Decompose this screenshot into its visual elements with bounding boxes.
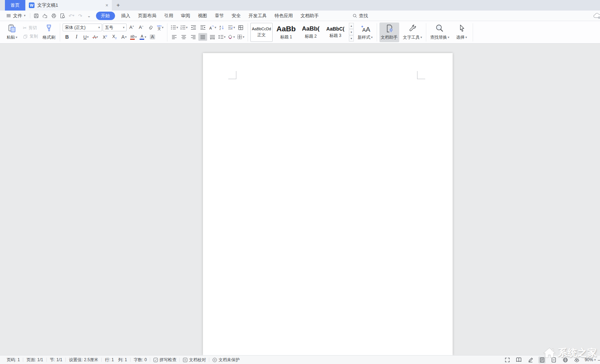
write-mode-button[interactable] <box>527 357 534 363</box>
align-center-button[interactable] <box>179 33 188 41</box>
format-painter-button[interactable]: 格式刷 <box>40 23 57 42</box>
show-paragraph-marks-button[interactable] <box>227 24 236 31</box>
menu-tab-view[interactable]: 视图 <box>194 11 211 21</box>
close-tab-icon[interactable]: × <box>106 2 108 8</box>
decrease-indent-button[interactable] <box>189 24 198 31</box>
quick-toolbar-more-button[interactable] <box>85 12 94 20</box>
undo-button[interactable]: ↶ <box>67 12 76 20</box>
eye-protection-button[interactable] <box>573 357 580 363</box>
increase-indent-button[interactable] <box>198 24 207 31</box>
export-icon <box>42 13 48 19</box>
font-size-value: 五号 <box>105 25 113 31</box>
font-color-button[interactable]: A <box>139 33 147 41</box>
cut-button[interactable]: ✂ 剪切 <box>23 25 38 31</box>
fullscreen-button[interactable] <box>504 357 511 363</box>
spell-check-toggle[interactable]: 拼写检查 <box>153 357 176 363</box>
style-heading-2[interactable]: AaBb( 标题 2 <box>300 23 322 42</box>
zoom-level-control[interactable]: 90% <box>585 357 596 362</box>
doc-protection-button[interactable]: 文档未保护 <box>212 357 240 363</box>
manuscript-grid-button[interactable]: F <box>236 24 245 31</box>
shading-button[interactable] <box>227 33 236 41</box>
menu-tab-review[interactable]: 审阅 <box>177 11 194 21</box>
status-margin-setting[interactable]: 设置值: 2.5厘米 <box>69 357 98 363</box>
gallery-scroll-down-button[interactable]: ▼ <box>349 29 354 35</box>
select-button[interactable]: 选择 <box>453 23 470 42</box>
redo-icon: ↷ <box>78 13 82 19</box>
new-style-button[interactable]: A A 新样式 <box>356 23 374 42</box>
clear-format-button[interactable] <box>146 24 155 31</box>
menu-tab-special-apps[interactable]: 特色应用 <box>271 11 297 21</box>
menu-tab-doc-assistant[interactable]: 文档助手 <box>297 11 323 21</box>
web-layout-button[interactable] <box>562 357 569 363</box>
status-page-count[interactable]: 页面: 1/1 <box>26 357 43 363</box>
file-menu-button[interactable]: 文件 <box>4 13 28 19</box>
numbered-list-button[interactable] <box>179 24 188 31</box>
read-mode-button[interactable] <box>515 357 522 363</box>
print-layout-button[interactable] <box>538 357 545 363</box>
doc-proofread-button[interactable]: 文档校对 <box>183 357 206 363</box>
gallery-scroll-up-button[interactable]: ▲ <box>349 23 354 29</box>
save-button[interactable] <box>32 12 41 20</box>
tab-home[interactable]: 首页 <box>5 0 25 11</box>
increase-font-size-button[interactable]: A+ <box>127 24 136 31</box>
superscript-button[interactable]: X2 <box>101 33 109 41</box>
status-bar: 页码: 1 页面: 1/1 节: 1/1 设置值: 2.5厘米 行: 1 列: … <box>0 355 600 364</box>
menu-tab-home[interactable]: 开始 <box>96 12 115 20</box>
cloud-sync-status-icon[interactable] <box>593 13 600 19</box>
pinyin-guide-button[interactable]: wén文 <box>156 24 165 31</box>
gallery-more-button[interactable]: ▼ <box>349 36 354 41</box>
strikethrough-button[interactable]: A <box>91 33 100 41</box>
outline-view-button[interactable] <box>550 357 557 363</box>
menu-tab-section[interactable]: 章节 <box>211 11 228 21</box>
export-pdf-button[interactable] <box>41 12 50 20</box>
paste-button[interactable]: 粘贴 <box>4 23 20 42</box>
search-command-box[interactable]: 查找 <box>352 13 368 19</box>
bullet-list-button[interactable] <box>170 24 179 31</box>
bold-button[interactable]: B <box>63 33 71 41</box>
chevron-down-icon <box>186 26 188 29</box>
margin-crop-mark-right <box>417 71 425 79</box>
zoom-out-button[interactable]: — <box>598 357 600 363</box>
text-tool-button[interactable]: 文字工具 <box>402 23 424 42</box>
style-gallery-scroll: ▲ ▼ ▼ <box>349 23 354 41</box>
new-tab-button[interactable]: + <box>112 0 125 11</box>
print-preview-button[interactable] <box>58 12 67 20</box>
underline-button[interactable]: U <box>82 33 90 41</box>
style-normal[interactable]: AaBbCcDd 正文 <box>250 23 273 42</box>
decrease-font-size-button[interactable]: A− <box>137 24 146 31</box>
find-replace-button[interactable]: 查找替换 <box>429 23 451 42</box>
redo-button[interactable]: ↷ <box>76 12 85 20</box>
doc-assistant-button[interactable]: 文档助手 <box>379 23 399 42</box>
cursor-arrow-icon <box>457 24 466 33</box>
chevron-down-icon <box>87 13 91 18</box>
style-heading-1[interactable]: AaBb 标题 1 <box>275 23 297 42</box>
menu-tab-security[interactable]: 安全 <box>228 11 245 21</box>
justify-button[interactable] <box>198 33 207 41</box>
copy-button[interactable]: 复制 <box>23 33 38 39</box>
line-spacing-button[interactable] <box>217 33 226 41</box>
subscript-button[interactable]: X2 <box>110 33 119 41</box>
menu-tab-reference[interactable]: 引用 <box>160 11 177 21</box>
menu-tab-page-layout[interactable]: 页面布局 <box>134 11 160 21</box>
italic-button[interactable]: I <box>72 33 81 41</box>
print-button[interactable] <box>50 12 58 20</box>
style-heading-3[interactable]: AaBbC( 标题 3 <box>324 23 346 42</box>
divider <box>30 13 30 18</box>
font-family-select[interactable]: 宋体 (正文) <box>63 24 102 31</box>
align-right-button[interactable] <box>189 33 198 41</box>
document-page[interactable] <box>203 53 453 355</box>
eraser-icon <box>148 25 153 30</box>
menu-tab-insert[interactable]: 插入 <box>117 11 134 21</box>
font-size-select[interactable]: 五号 <box>103 24 127 31</box>
character-shading-button[interactable]: A <box>148 33 157 41</box>
status-word-count[interactable]: 字数: 0 <box>134 357 147 363</box>
align-left-button[interactable] <box>170 33 179 41</box>
sort-button[interactable]: A Z <box>217 24 226 31</box>
text-effects-button[interactable]: A <box>120 33 128 41</box>
menu-tab-dev-tools[interactable]: 开发工具 <box>245 11 271 21</box>
distributed-justify-button[interactable] <box>208 33 217 41</box>
tab-document[interactable]: W 文字文稿1 × <box>25 0 112 11</box>
highlight-color-button[interactable]: ab <box>129 33 138 41</box>
text-direction-button[interactable]: A <box>208 24 217 31</box>
borders-button[interactable] <box>236 33 245 41</box>
